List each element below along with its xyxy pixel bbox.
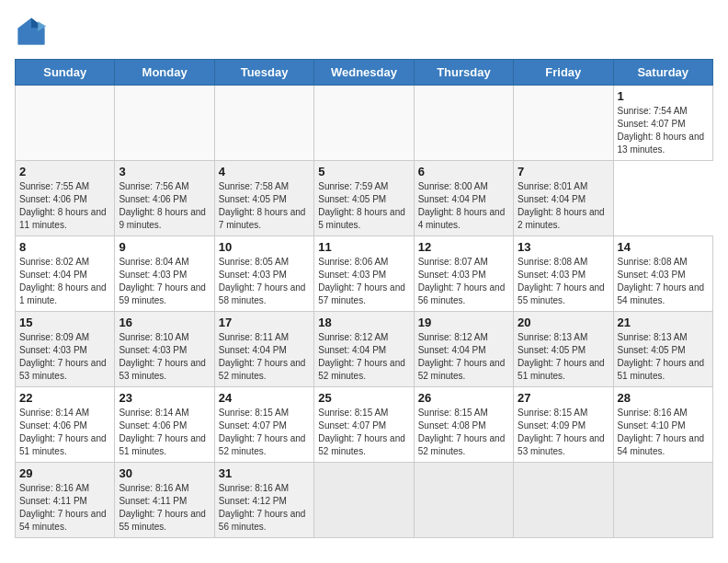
calendar-cell: 11Sunrise: 8:06 AMSunset: 4:03 PMDayligh…	[314, 236, 414, 312]
day-number: 21	[618, 316, 709, 329]
calendar-cell: 10Sunrise: 8:05 AMSunset: 4:03 PMDayligh…	[214, 236, 313, 312]
calendar-cell	[314, 463, 414, 538]
daylight: Daylight: 7 hours and 54 minutes.	[618, 433, 705, 456]
day-number: 14	[618, 240, 709, 254]
sunset: Sunset: 4:04 PM	[219, 345, 287, 355]
day-info: Sunrise: 8:15 AMSunset: 4:09 PMDaylight:…	[518, 407, 609, 458]
day-info: Sunrise: 8:08 AMSunset: 4:03 PMDaylight:…	[518, 256, 609, 307]
daylight: Daylight: 7 hours and 56 minutes.	[219, 509, 306, 532]
calendar-cell: 23Sunrise: 8:14 AMSunset: 4:06 PMDayligh…	[115, 387, 214, 463]
daylight: Daylight: 7 hours and 53 minutes.	[119, 358, 206, 381]
calendar-cell: 14Sunrise: 8:08 AMSunset: 4:03 PMDayligh…	[613, 236, 712, 312]
sunset: Sunset: 4:11 PM	[119, 496, 187, 506]
daylight: Daylight: 7 hours and 52 minutes.	[418, 358, 506, 381]
sunrise: Sunrise: 8:13 AM	[518, 332, 587, 342]
daylight: Daylight: 8 hours and 11 minutes.	[19, 207, 107, 230]
day-info: Sunrise: 8:13 AMSunset: 4:05 PMDaylight:…	[618, 331, 709, 383]
daylight: Daylight: 7 hours and 52 minutes.	[318, 433, 405, 456]
day-number: 23	[119, 391, 210, 405]
calendar-cell	[214, 86, 313, 161]
sunset: Sunset: 4:03 PM	[119, 270, 187, 280]
calendar-header: SundayMondayTuesdayWednesdayThursdayFrid…	[16, 60, 713, 86]
day-number: 1	[618, 89, 709, 103]
sunset: Sunset: 4:07 PM	[219, 420, 287, 431]
sunrise: Sunrise: 7:56 AM	[119, 181, 188, 191]
day-info: Sunrise: 8:15 AMSunset: 4:08 PMDaylight:…	[418, 407, 509, 458]
day-info: Sunrise: 8:08 AMSunset: 4:03 PMDaylight:…	[618, 256, 709, 307]
sunset: Sunset: 4:03 PM	[418, 270, 486, 280]
sunset: Sunset: 4:06 PM	[19, 194, 87, 204]
day-info: Sunrise: 8:14 AMSunset: 4:06 PMDaylight:…	[19, 407, 110, 458]
calendar-cell: 6Sunrise: 8:00 AMSunset: 4:04 PMDaylight…	[414, 161, 513, 236]
calendar-cell: 21Sunrise: 8:13 AMSunset: 4:05 PMDayligh…	[613, 312, 712, 387]
day-number: 28	[618, 391, 709, 405]
day-info: Sunrise: 7:58 AMSunset: 4:05 PMDaylight:…	[219, 180, 310, 232]
daylight: Daylight: 7 hours and 52 minutes.	[219, 433, 306, 456]
calendar-cell: 12Sunrise: 8:07 AMSunset: 4:03 PMDayligh…	[414, 236, 513, 312]
sunset: Sunset: 4:06 PM	[119, 420, 187, 431]
sunset: Sunset: 4:10 PM	[618, 420, 686, 431]
sunrise: Sunrise: 8:16 AM	[119, 483, 188, 493]
day-info: Sunrise: 8:15 AMSunset: 4:07 PMDaylight:…	[318, 407, 409, 458]
day-number: 25	[318, 391, 409, 405]
calendar-cell: 28Sunrise: 8:16 AMSunset: 4:10 PMDayligh…	[613, 387, 712, 463]
daylight: Daylight: 7 hours and 52 minutes.	[318, 358, 405, 381]
header-cell-friday: Friday	[514, 60, 613, 86]
day-info: Sunrise: 8:12 AMSunset: 4:04 PMDaylight:…	[318, 331, 409, 383]
sunset: Sunset: 4:04 PM	[19, 270, 87, 280]
day-info: Sunrise: 8:02 AMSunset: 4:04 PMDaylight:…	[19, 256, 110, 307]
daylight: Daylight: 7 hours and 51 minutes.	[19, 433, 107, 456]
sunset: Sunset: 4:04 PM	[418, 345, 486, 355]
day-number: 6	[418, 165, 509, 178]
daylight: Daylight: 8 hours and 13 minutes.	[618, 132, 705, 155]
sunrise: Sunrise: 8:00 AM	[418, 181, 488, 191]
calendar-cell: 2Sunrise: 7:55 AMSunset: 4:06 PMDaylight…	[16, 161, 115, 236]
day-info: Sunrise: 8:09 AMSunset: 4:03 PMDaylight:…	[19, 331, 110, 383]
sunrise: Sunrise: 8:07 AM	[418, 257, 488, 267]
calendar-cell: 27Sunrise: 8:15 AMSunset: 4:09 PMDayligh…	[514, 387, 613, 463]
svg-rect-2	[18, 28, 45, 44]
header-row: SundayMondayTuesdayWednesdayThursdayFrid…	[16, 60, 713, 86]
logo-icon	[15, 15, 48, 48]
day-number: 7	[518, 165, 609, 178]
day-info: Sunrise: 8:01 AMSunset: 4:04 PMDaylight:…	[518, 180, 609, 232]
sunrise: Sunrise: 8:08 AM	[518, 257, 587, 267]
week-row-4: 22Sunrise: 8:14 AMSunset: 4:06 PMDayligh…	[16, 387, 713, 463]
sunrise: Sunrise: 7:54 AM	[618, 106, 688, 116]
calendar-cell: 9Sunrise: 8:04 AMSunset: 4:03 PMDaylight…	[115, 236, 214, 312]
calendar-cell: 5Sunrise: 7:59 AMSunset: 4:05 PMDaylight…	[314, 161, 414, 236]
day-info: Sunrise: 8:05 AMSunset: 4:03 PMDaylight:…	[219, 256, 310, 307]
daylight: Daylight: 7 hours and 51 minutes.	[618, 358, 705, 381]
sunrise: Sunrise: 8:06 AM	[318, 257, 388, 267]
day-number: 22	[19, 391, 110, 405]
calendar-cell: 30Sunrise: 8:16 AMSunset: 4:11 PMDayligh…	[115, 463, 214, 538]
sunset: Sunset: 4:05 PM	[518, 345, 586, 355]
sunset: Sunset: 4:04 PM	[518, 194, 586, 204]
sunset: Sunset: 4:03 PM	[219, 270, 287, 280]
day-info: Sunrise: 8:14 AMSunset: 4:06 PMDaylight:…	[119, 407, 210, 458]
sunset: Sunset: 4:03 PM	[618, 270, 686, 280]
sunrise: Sunrise: 8:14 AM	[119, 408, 188, 418]
day-number: 10	[219, 240, 310, 254]
header-cell-tuesday: Tuesday	[214, 60, 313, 86]
calendar-cell: 18Sunrise: 8:12 AMSunset: 4:04 PMDayligh…	[314, 312, 414, 387]
header-cell-saturday: Saturday	[613, 60, 712, 86]
daylight: Daylight: 7 hours and 53 minutes.	[518, 433, 605, 456]
calendar-cell: 3Sunrise: 7:56 AMSunset: 4:06 PMDaylight…	[115, 161, 214, 236]
day-info: Sunrise: 8:13 AMSunset: 4:05 PMDaylight:…	[518, 331, 609, 383]
sunrise: Sunrise: 8:10 AM	[119, 332, 188, 342]
sunrise: Sunrise: 8:09 AM	[19, 332, 89, 342]
daylight: Daylight: 8 hours and 2 minutes.	[518, 207, 605, 230]
calendar-cell	[414, 463, 513, 538]
calendar-cell	[514, 463, 613, 538]
day-info: Sunrise: 8:16 AMSunset: 4:12 PMDaylight:…	[219, 482, 310, 534]
daylight: Daylight: 7 hours and 55 minutes.	[119, 509, 206, 532]
day-info: Sunrise: 8:16 AMSunset: 4:11 PMDaylight:…	[119, 482, 210, 534]
sunrise: Sunrise: 8:14 AM	[19, 408, 89, 418]
sunrise: Sunrise: 8:15 AM	[219, 408, 289, 418]
sunset: Sunset: 4:03 PM	[119, 345, 187, 355]
day-number: 18	[318, 316, 409, 329]
daylight: Daylight: 8 hours and 7 minutes.	[219, 207, 306, 230]
day-info: Sunrise: 7:55 AMSunset: 4:06 PMDaylight:…	[19, 180, 110, 232]
calendar-cell: 1Sunrise: 7:54 AMSunset: 4:07 PMDaylight…	[613, 86, 712, 161]
